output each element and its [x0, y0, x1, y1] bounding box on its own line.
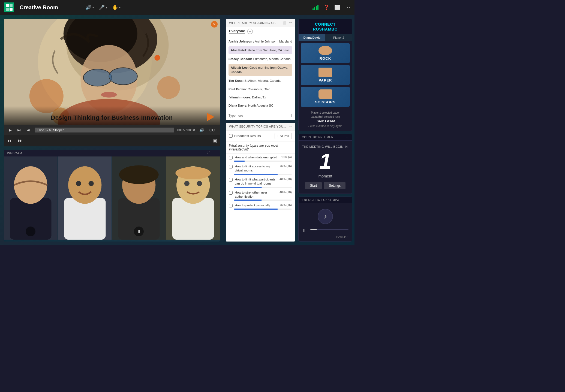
svg-point-26 [68, 166, 101, 204]
mic-control[interactable]: 🎤 ▾ [99, 4, 107, 10]
countdown-unit: moment [302, 174, 349, 178]
svg-point-38 [184, 181, 189, 186]
poll-item-4: How to strengthen user authentication 48… [229, 191, 292, 201]
play-pause-button[interactable]: ▶ [8, 127, 13, 133]
music-more-icon[interactable]: ⋯ [346, 198, 349, 201]
main-layout: ✕ Design Thinking for Business Innovatio… [0, 15, 354, 245]
music-body: ♪ ⏸ 1:24/14:01 [299, 203, 352, 242]
countdown-label: THE MEETING WILL BEGIN IN: [302, 145, 349, 148]
paper-button[interactable]: PAPER [301, 65, 350, 85]
hand-arrow: ▾ [119, 6, 121, 9]
poll-item-2: How to limit access to my virtual rooms … [229, 164, 292, 175]
roshambo-player1[interactable]: Diana Davis [299, 34, 325, 41]
far-right-panel: CONNECT ROSHAMBO Diana Davis Player 2 RO… [297, 15, 354, 245]
webcam-pause-1[interactable]: ⏸ [26, 227, 35, 236]
music-header: ENERGETIC-LOBBY.MP3 ⋯ [299, 197, 352, 203]
left-panel: ✕ Design Thinking for Business Innovatio… [0, 15, 224, 245]
chat-tabs: Everyone + [226, 27, 295, 36]
broadcast-results-label: Broadcast Results [229, 134, 261, 138]
broadcast-checkbox[interactable] [229, 134, 233, 138]
poll-item-1: How and when data encrypted 19% (4) [229, 155, 292, 162]
rock-button[interactable]: ROCK [301, 43, 350, 63]
roshambo-choices: ROCK PAPER SCISSORS [299, 41, 352, 109]
poll-checkbox-1[interactable] [229, 156, 233, 159]
svg-rect-3 [10, 8, 13, 11]
chat-more-icon[interactable]: ⋯ [289, 21, 292, 25]
webcam-more-icon[interactable]: ⋯ [213, 151, 217, 155]
chat-message-2: Alna Patel: Hello from San Jose, CA here… [229, 46, 292, 54]
poll-checkbox-2[interactable] [229, 165, 233, 168]
roshambo-result: Player 1 selected paper Laura Buff selec… [299, 109, 352, 131]
close-button[interactable]: ✕ [211, 21, 218, 28]
volume-button[interactable]: 🔊 [198, 127, 205, 133]
countdown-more-icon[interactable]: ⋯ [346, 136, 349, 139]
volume-icon: 🔊 [85, 4, 91, 10]
chat-header: WHERE ARE YOU JOINING US... ⬜ ⋯ [226, 19, 295, 27]
chat-header-title: WHERE ARE YOU JOINING US... [229, 21, 278, 25]
poll-header: WHAT SECURITY TOPICS ARE YOU... ⋯ [226, 123, 295, 131]
webcam-label: WEBCAM [7, 152, 22, 155]
roshambo-title: CONNECT ROSHAMBO [313, 22, 338, 31]
svg-point-27 [76, 181, 81, 186]
countdown-panel: COUNTDOWN TIMER ⋯ THE MEETING WILL BEGIN… [298, 134, 352, 194]
more-icon[interactable]: ⋯ [345, 4, 350, 10]
scissors-button[interactable]: SCISSORS [301, 87, 350, 107]
countdown-title: COUNTDOWN TIMER [302, 136, 333, 139]
video-title: Design Thinking for Business Innovation [51, 114, 173, 121]
countdown-start-button[interactable]: Start [305, 182, 322, 189]
svg-point-28 [88, 181, 94, 186]
poll-item-5: How to protect personally... 76% (16) [229, 203, 292, 210]
svg-point-22 [14, 166, 47, 204]
prev-button[interactable]: ⏮ [16, 127, 22, 133]
svg-rect-2 [6, 8, 9, 11]
end-poll-button[interactable]: End Poll [275, 133, 292, 139]
header-controls: 🔊 ▾ 🎤 ▾ ✋ ▾ [85, 4, 121, 10]
roshambo-player2[interactable]: Player 2 [325, 34, 352, 41]
tab-add-button[interactable]: + [247, 29, 253, 34]
volume-control[interactable]: 🔊 ▾ [85, 4, 94, 10]
chat-input-area: ℹ [226, 111, 295, 120]
help-icon[interactable]: ❓ [323, 4, 329, 10]
countdown-number: 1 [302, 150, 349, 172]
webcam-expand-icon[interactable]: ⛶ [207, 151, 211, 155]
chat-message-4: Alistair Lee: Good morning from Ottawa, … [229, 64, 292, 76]
roshambo-players: Diana Davis Player 2 [299, 34, 352, 41]
video-title-overlay: Design Thinking for Business Innovation [4, 106, 220, 125]
cc-button[interactable]: CC [208, 127, 216, 133]
music-pause-button[interactable]: ⏸ [302, 228, 306, 233]
video-controls-bar: ▶ ⏮ ⏭ Slide 3 / 6 | Stopped 00:05 / 00:0… [4, 125, 220, 135]
poll-checkbox-3[interactable] [229, 178, 233, 182]
next-button[interactable]: ⏭ [25, 127, 31, 133]
svg-point-40 [175, 167, 211, 179]
poll-checkbox-4[interactable] [229, 191, 233, 195]
webcam-cell-2 [58, 156, 112, 240]
poll-items: How and when data encrypted 19% (4) How … [226, 154, 295, 212]
video-nav-controls: ⏮ ⏭ ▣ [4, 135, 220, 146]
svg-point-17 [101, 92, 117, 98]
chat-message-8: Diana Davis: North Augusta SC [229, 102, 292, 109]
countdown-settings-button[interactable]: Settings [324, 182, 345, 189]
poll-more-icon[interactable]: ⋯ [289, 125, 292, 128]
chat-input[interactable] [229, 114, 289, 117]
roshambo-panel: CONNECT ROSHAMBO Diana Davis Player 2 RO… [298, 19, 352, 131]
poll-toolbar: Broadcast Results End Poll [226, 131, 295, 141]
forward-nav-button[interactable]: ⏭ [18, 138, 23, 144]
tab-everyone[interactable]: Everyone [229, 29, 245, 34]
play-button[interactable] [207, 113, 214, 121]
layout-toggle-button[interactable]: ▣ [212, 138, 217, 144]
chat-message-3: Stacey Benson: Edmonton, Alberta Canada [229, 56, 292, 62]
rewind-nav-button[interactable]: ⏮ [7, 138, 11, 144]
chat-messages: Archie Johnson : Archie Johnson - Maryla… [226, 36, 295, 111]
chat-screen-icon[interactable]: ⬜ [282, 21, 287, 25]
chat-message-5: Tim Kuss: St Albert, Alberta, Canada [229, 77, 292, 84]
webcam-cell-1: ⏸ [4, 156, 58, 240]
music-progress-bar[interactable] [310, 229, 348, 230]
poll-question: What security topics are you most intere… [226, 141, 295, 154]
hand-control[interactable]: ✋ ▾ [112, 4, 121, 10]
layout-icon[interactable]: ⬜ [334, 4, 340, 10]
poll-checkbox-5[interactable] [229, 204, 233, 207]
mic-arrow: ▾ [106, 6, 107, 9]
webcam-panel: WEBCAM ⛶ ⋯ [4, 150, 220, 242]
roshambo-header: CONNECT ROSHAMBO [299, 19, 352, 34]
webcam-pause-3[interactable]: ⏸ [134, 227, 144, 236]
